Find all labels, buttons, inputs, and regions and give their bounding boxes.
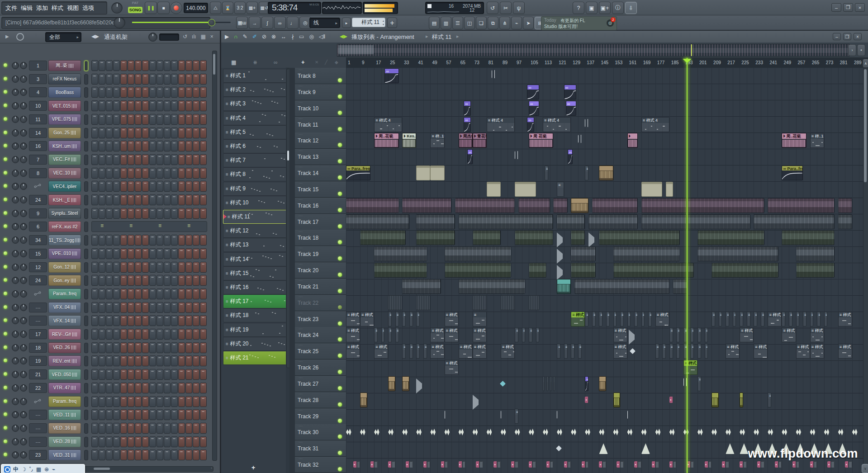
clip-stM[interactable] — [518, 198, 550, 213]
step-button[interactable] — [157, 100, 163, 111]
step-button[interactable] — [178, 141, 185, 151]
step-button[interactable] — [200, 248, 207, 259]
step-button[interactable] — [142, 208, 149, 219]
step-button[interactable] — [142, 302, 149, 313]
playlist-scrollbar[interactable] — [863, 68, 868, 465]
channel-number[interactable]: 4 — [29, 87, 47, 97]
step-button[interactable] — [128, 181, 134, 192]
step-button[interactable] — [142, 100, 149, 111]
clip-stS[interactable] — [374, 246, 427, 261]
step-button[interactable] — [99, 383, 105, 393]
step-button[interactable] — [91, 423, 98, 434]
clip-stM[interactable] — [768, 198, 835, 213]
step-button[interactable] — [91, 141, 98, 151]
track-header[interactable]: ⋯Track 8 — [295, 68, 346, 84]
clip-stems[interactable] — [627, 411, 629, 419]
step-button[interactable] — [113, 262, 120, 273]
step-button[interactable] — [193, 60, 199, 71]
magnet-icon[interactable]: ∩ — [234, 33, 238, 41]
step-button[interactable] — [142, 423, 149, 434]
pattern-item[interactable]: ≡样式 10 — [223, 196, 286, 210]
step-button[interactable] — [135, 181, 142, 192]
step-button[interactable] — [128, 154, 134, 165]
menu-样式[interactable]: 样式 — [50, 2, 65, 14]
channel-fader[interactable] — [84, 222, 88, 232]
clip-mini[interactable]: ≡ — [796, 312, 800, 326]
clip-pp[interactable]: ▸ — [582, 461, 589, 468]
rack-swing-icon[interactable] — [16, 33, 24, 41]
clip-autoP[interactable]: ∞ — [464, 101, 471, 116]
pattern-item[interactable]: ≡样式 1 — [223, 69, 286, 83]
clip-wt[interactable] — [613, 428, 619, 436]
clip-wt[interactable] — [810, 428, 816, 436]
step-button[interactable] — [185, 208, 192, 219]
channel-fader[interactable] — [84, 155, 88, 165]
track-header[interactable]: ⋯Track 21 — [295, 279, 346, 295]
wait-button[interactable]: ⌛ — [222, 2, 233, 14]
channel-pan-knob[interactable] — [12, 451, 19, 459]
clip-mini[interactable]: ≡ — [557, 344, 560, 359]
channel-led[interactable] — [4, 292, 7, 295]
step-button[interactable] — [185, 423, 192, 434]
clip-mini[interactable]: ≡ — [634, 312, 638, 326]
delete-track-icon[interactable]: ✕ — [315, 60, 318, 65]
step-button[interactable] — [128, 262, 134, 273]
step-button[interactable] — [185, 114, 192, 125]
step-button[interactable] — [142, 168, 149, 179]
clip-stS[interactable] — [459, 279, 526, 294]
clip-wt[interactable] — [711, 428, 717, 436]
clip-pat[interactable]: ≡ 样式 3 — [838, 344, 852, 359]
step-button[interactable] — [200, 87, 207, 98]
channel-led[interactable] — [4, 238, 7, 241]
step-button[interactable] — [113, 194, 120, 205]
step-button[interactable] — [99, 355, 105, 366]
clip-pat[interactable]: ≡ 样式 1 — [430, 344, 444, 359]
channel-button[interactable]: VFX..14 — [48, 315, 81, 326]
track-options-icon[interactable]: ⋯ — [299, 213, 303, 218]
step-button[interactable] — [185, 329, 192, 340]
step-button[interactable] — [106, 262, 113, 273]
spinner-icon[interactable]: ▴▾ — [383, 19, 384, 26]
step-button[interactable] — [120, 423, 127, 434]
step-button[interactable] — [99, 369, 105, 380]
track-name[interactable]: Track 20 — [298, 267, 318, 274]
clip-audP[interactable]: ⏵ — [627, 133, 638, 148]
clip-stS[interactable] — [416, 214, 455, 229]
clip-stG[interactable] — [416, 230, 455, 245]
clip-pat[interactable]: ≡ 样式 3 — [782, 327, 796, 342]
clip-stM[interactable] — [838, 198, 852, 213]
main-pitch-slider[interactable] — [132, 22, 231, 23]
channel-fader[interactable] — [84, 343, 88, 353]
clip-patB[interactable] — [487, 182, 501, 197]
clip-wt[interactable] — [402, 428, 408, 436]
step-button[interactable] — [157, 355, 163, 366]
step-button[interactable] — [171, 262, 178, 273]
step-button[interactable] — [135, 396, 142, 407]
channel-pan-knob[interactable] — [12, 264, 19, 271]
step-button[interactable] — [171, 275, 178, 286]
step-button[interactable] — [149, 208, 156, 219]
clip-mini[interactable]: ≡ — [515, 409, 518, 424]
step-button[interactable] — [128, 355, 134, 366]
remote-button[interactable]: ⌁ — [511, 17, 522, 29]
track-options-icon[interactable]: ⋯ — [299, 165, 303, 169]
step-button[interactable] — [91, 248, 98, 259]
step-button[interactable] — [91, 342, 98, 353]
channel-pan-knob[interactable] — [12, 62, 19, 69]
track-header[interactable]: ⋯Track 18 — [295, 230, 346, 246]
ime-logo-icon[interactable] — [4, 466, 10, 473]
step-button[interactable] — [157, 208, 163, 219]
step-button[interactable] — [193, 74, 199, 85]
step-button[interactable] — [171, 355, 178, 366]
step-button[interactable] — [193, 100, 199, 111]
step-button[interactable] — [128, 436, 134, 447]
step-button[interactable] — [113, 100, 120, 111]
clip-pat[interactable]: ≡ 样式 3 — [613, 344, 627, 359]
step-button[interactable] — [185, 275, 192, 286]
step-button[interactable] — [200, 208, 207, 219]
step-button[interactable] — [171, 235, 178, 246]
step-button[interactable] — [193, 181, 199, 192]
step-button[interactable] — [135, 289, 142, 299]
step-button[interactable] — [99, 194, 105, 205]
step-button[interactable] — [171, 168, 178, 179]
